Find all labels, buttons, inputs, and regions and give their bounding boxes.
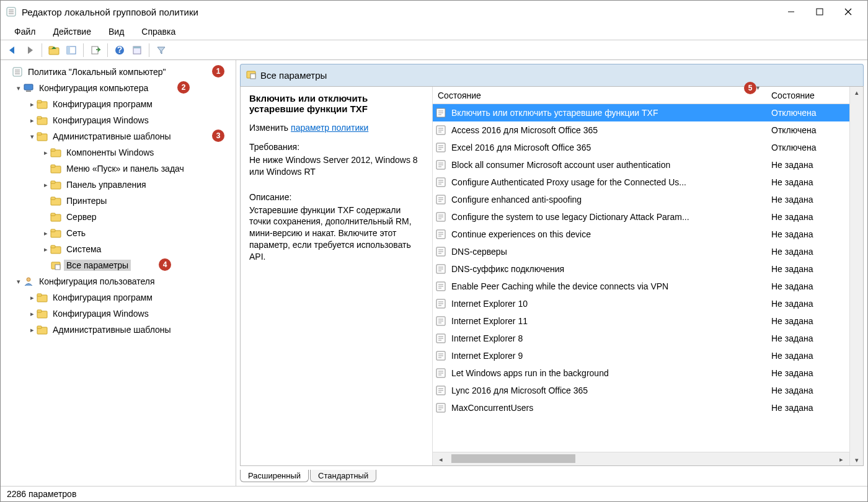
list-row[interactable]: Configure the system to use legacy Dicti… — [433, 208, 849, 226]
list-row[interactable]: Lync 2016 для Microsoft Office 365Не зад… — [433, 382, 849, 399]
setting-state: Не задана — [766, 264, 849, 274]
setting-name: Internet Explorer 11 — [450, 316, 766, 326]
tree-cc-windows[interactable]: Конфигурация Windows — [3, 112, 233, 128]
list-row[interactable]: Excel 2016 для Microsoft Office 365Отклю… — [433, 139, 849, 156]
app-icon — [6, 6, 17, 17]
scroll-left-icon[interactable]: ◂ — [435, 454, 446, 465]
status-text: 2286 параметров — [7, 489, 76, 499]
selected-item-title: Включить или отключить устаревшие функци… — [249, 93, 423, 114]
list-row[interactable]: Enable Peer Caching while the device con… — [433, 278, 849, 295]
svg-rect-20 — [67, 46, 70, 54]
tree-admin-components[interactable]: Компоненты Windows — [3, 144, 233, 161]
list-row[interactable]: MaxConcurrentUsersНе задана — [433, 399, 849, 416]
setting-name: Configure Authenticated Proxy usage for … — [450, 177, 766, 187]
setting-name: Internet Explorer 9 — [450, 351, 766, 361]
tree-admin-controlpanel[interactable]: Панель управления — [3, 177, 233, 193]
forward-button[interactable] — [22, 42, 38, 58]
back-button[interactable] — [4, 42, 20, 58]
close-button[interactable] — [834, 2, 862, 21]
filter-button[interactable] — [153, 42, 169, 58]
tree-admin-startmenu[interactable]: Меню «Пуск» и панель задач — [3, 161, 233, 177]
setting-icon — [435, 350, 446, 361]
tree-user-config[interactable]: Конфигурация пользователя — [3, 273, 233, 289]
description-title: Описание: — [249, 192, 423, 203]
maximize-button[interactable] — [805, 2, 834, 21]
edit-label: Изменить — [249, 123, 288, 133]
setting-state: Не задана — [766, 368, 849, 378]
tree-root-policy[interactable]: Политика "Локальный компьютер" 1 — [3, 64, 233, 80]
list-row[interactable]: Configure Authenticated Proxy usage for … — [433, 174, 849, 191]
tree-cc-admin-templates[interactable]: Административные шаблоны 3 — [3, 128, 233, 144]
column-state[interactable]: ▾ Состояние 5 — [766, 90, 849, 100]
tree-cc-software[interactable]: Конфигурация программ — [3, 96, 233, 112]
menu-file[interactable]: Файл — [6, 23, 44, 40]
up-button[interactable] — [46, 42, 62, 58]
tree-admin-server[interactable]: Сервер — [3, 209, 233, 225]
show-hide-tree-button[interactable] — [63, 42, 79, 58]
setting-icon — [435, 229, 446, 240]
setting-state: Не задана — [766, 351, 849, 361]
export-button[interactable] — [87, 42, 104, 58]
list-row[interactable]: Configure enhanced anti-spoofingНе задан… — [433, 191, 849, 208]
tree-admin-all-settings[interactable]: Все параметры 4 — [3, 257, 233, 273]
tab-standard[interactable]: Стандартный — [310, 470, 376, 482]
tab-extended[interactable]: Расширенный — [240, 470, 309, 482]
tree-admin-system[interactable]: Система — [3, 241, 233, 257]
tree-uc-admin-templates[interactable]: Административные шаблоны — [3, 322, 233, 338]
list-row[interactable]: Internet Explorer 10Не задана — [433, 295, 849, 312]
scrollbar-thumb[interactable] — [451, 454, 575, 463]
setting-name: Block all consumer Microsoft account use… — [450, 160, 766, 170]
list-row[interactable]: Block all consumer Microsoft account use… — [433, 156, 849, 174]
setting-icon — [435, 402, 446, 413]
list-row[interactable]: Continue experiences on this deviceНе за… — [433, 226, 849, 243]
list-row[interactable]: Internet Explorer 8Не задана — [433, 330, 849, 347]
setting-icon — [435, 281, 446, 292]
list-row[interactable]: Internet Explorer 9Не задана — [433, 347, 849, 364]
svg-rect-25 — [133, 46, 141, 48]
setting-name: Internet Explorer 10 — [450, 299, 766, 309]
tree-uc-software[interactable]: Конфигурация программ — [3, 289, 233, 306]
list-row[interactable]: DNS-суффикс подключенияНе задана — [433, 260, 849, 278]
help-button[interactable]: ? — [112, 42, 128, 58]
setting-icon — [435, 333, 446, 344]
setting-state: Не задана — [766, 281, 849, 291]
horizontal-scrollbar[interactable]: ◂ ▸ — [433, 452, 849, 465]
properties-button[interactable] — [129, 42, 145, 58]
list-row[interactable]: Access 2016 для Microsoft Office 365Откл… — [433, 121, 849, 139]
scroll-right-icon[interactable]: ▸ — [836, 454, 847, 465]
list-row[interactable]: Internet Explorer 11Не задана — [433, 312, 849, 330]
setting-state: Отключена — [766, 143, 849, 152]
minimize-button[interactable] — [777, 2, 805, 21]
column-name[interactable]: Состояние — [433, 90, 766, 100]
setting-icon — [435, 194, 446, 205]
setting-state: Не задана — [766, 299, 849, 309]
setting-icon — [435, 246, 446, 257]
list-row[interactable]: Включить или отключить устаревшие функци… — [433, 104, 849, 121]
list-row[interactable]: DNS-серверыНе задана — [433, 243, 849, 260]
window-title: Редактор локальной групповой политики — [22, 7, 777, 17]
list-row[interactable]: Let Windows apps run in the backgroundНе… — [433, 364, 849, 382]
settings-list[interactable]: Включить или отключить устаревшие функци… — [433, 104, 849, 452]
tree-admin-network[interactable]: Сеть — [3, 225, 233, 241]
setting-name: Включить или отключить устаревшие функци… — [450, 108, 766, 118]
edit-policy-link[interactable]: параметр политики — [291, 123, 368, 133]
menu-view[interactable]: Вид — [100, 23, 133, 40]
setting-icon — [435, 177, 446, 188]
list-header[interactable]: Состояние ▾ Состояние 5 — [433, 87, 849, 104]
menu-help[interactable]: Справка — [133, 23, 184, 40]
setting-icon — [435, 385, 446, 396]
tree-admin-printers[interactable]: Принтеры — [3, 193, 233, 209]
sort-indicator-icon: ▾ — [756, 84, 760, 91]
menu-action[interactable]: Действие — [44, 23, 100, 40]
scroll-up-icon[interactable]: ▴ — [855, 87, 859, 98]
badge-5: 5 — [744, 82, 756, 94]
setting-state: Не задана — [766, 212, 849, 222]
setting-name: MaxConcurrentUsers — [450, 403, 766, 413]
scroll-down-icon[interactable]: ▾ — [855, 454, 859, 465]
navigation-tree[interactable]: Политика "Локальный компьютер" 1 Конфигу… — [1, 60, 236, 486]
setting-name: Continue experiences on this device — [450, 229, 766, 239]
vertical-scrollbar[interactable]: ▴ ▾ — [849, 87, 863, 465]
tree-computer-config[interactable]: Конфигурация компьютера 2 — [3, 80, 233, 96]
description-pane: Включить или отключить устаревшие функци… — [241, 87, 433, 465]
tree-uc-windows[interactable]: Конфигурация Windows — [3, 306, 233, 322]
